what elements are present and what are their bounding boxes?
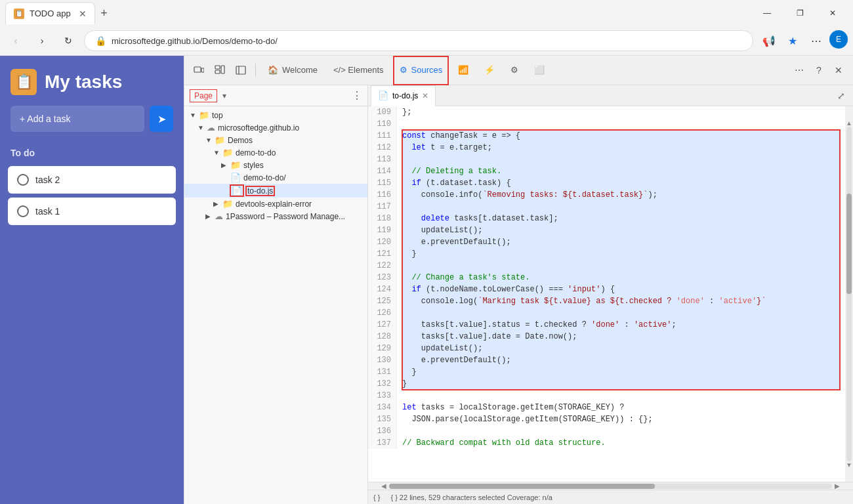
back-button[interactable]: ‹: [5, 30, 26, 51]
line-number: 111: [373, 130, 391, 142]
list-item[interactable]: ▼ 📁 Demos: [184, 134, 367, 146]
code-line: [402, 118, 840, 130]
code-line: [402, 154, 840, 165]
code-line: e.preventDefault();: [402, 354, 840, 366]
line-number: 117: [373, 201, 391, 213]
svg-rect-3: [215, 70, 220, 74]
forward-button[interactable]: ›: [31, 30, 52, 51]
favorites-icon[interactable]: ★: [782, 30, 803, 51]
tab-sources[interactable]: ⚙ Sources: [393, 56, 449, 85]
tab-welcome[interactable]: 🏠 Welcome: [261, 56, 324, 85]
code-editor-tabs: 📄 to-do.js ✕ ⤢: [368, 85, 853, 106]
browser-toolbar-icons: 📢 ★ ⋯ E: [759, 30, 848, 51]
line-number: 116: [373, 189, 391, 201]
inspect-element-button[interactable]: [211, 61, 229, 79]
line-number: 130: [373, 354, 391, 366]
tab-elements[interactable]: </> Elements: [327, 56, 390, 85]
todo-item[interactable]: task 2: [8, 166, 176, 194]
tab-performance[interactable]: ⚡: [478, 56, 501, 85]
code-tab-close-button[interactable]: ✕: [422, 91, 428, 100]
file-tree-more-button[interactable]: ⋮: [352, 89, 362, 102]
add-task-arrow-button[interactable]: ➤: [150, 106, 173, 132]
file-tree-label: 1Password – Password Manage...: [226, 212, 345, 221]
file-tree-label: microsoftedge.github.io: [218, 123, 299, 133]
scroll-down-arrow[interactable]: ▼: [846, 461, 852, 469]
minimize-button[interactable]: —: [752, 3, 782, 24]
line-number: 128: [373, 331, 391, 343]
toggle-sidebar-button[interactable]: [232, 61, 250, 79]
list-item[interactable]: ▶ 📄 demo-to-do/: [184, 171, 367, 184]
todo-app-icon: 📋: [10, 69, 37, 95]
line-numbers: 109 110 111 112 113 114 115 116 117 11: [368, 106, 397, 449]
code-scroll-area[interactable]: 109 110 111 112 113 114 115 116 117 11: [368, 106, 845, 482]
tab-memory[interactable]: ⬜: [528, 56, 551, 85]
devtools-more-button[interactable]: ⋯: [790, 61, 808, 79]
code-status-bar: { } { } 22 lines, 529 characters selecte…: [368, 490, 853, 504]
code-line: console.info(`Removing tasks: ${t.datase…: [402, 189, 840, 201]
line-number: 125: [373, 295, 391, 307]
title-bar: 📋 TODO app ✕ + — ❐ ✕: [0, 0, 853, 26]
scroll-up-arrow[interactable]: ▲: [846, 119, 852, 127]
line-number: 112: [373, 142, 391, 154]
todo-item-text: task 2: [35, 175, 60, 185]
main-content: 📋 My tasks + Add a task ➤ To do task 2 t…: [0, 55, 853, 504]
js-file-tab-icon: 📄: [378, 91, 388, 100]
line-number: 109: [373, 106, 391, 118]
devtools-close-button[interactable]: ✕: [829, 61, 848, 79]
new-tab-button[interactable]: +: [95, 4, 114, 22]
code-line: let tasks = localStorage.getItem(STORAGE…: [402, 402, 840, 413]
address-input[interactable]: 🔒 microsoftedge.github.io/Demos/demo-to-…: [84, 30, 753, 51]
close-button[interactable]: ✕: [818, 3, 848, 24]
tab-application[interactable]: ⚙: [504, 56, 525, 85]
list-item[interactable]: ▼ ☁ microsoftedge.github.io: [184, 121, 367, 134]
line-number: 110: [373, 118, 391, 130]
tab-network[interactable]: 📶: [451, 56, 475, 85]
scrollbar-thumb[interactable]: [846, 194, 852, 294]
page-tab-dropdown[interactable]: ▾: [222, 91, 226, 100]
more-icon[interactable]: ⋯: [806, 30, 827, 51]
scroll-right-arrow[interactable]: ▶: [835, 482, 840, 490]
read-aloud-icon[interactable]: 📢: [759, 30, 780, 51]
sources-panel-content: Page ▾ ⋮ ▼ 📁 top ▼: [184, 85, 853, 504]
list-item[interactable]: ▶ 📄 to-do.js: [184, 184, 367, 198]
active-tab[interactable]: 📋 TODO app ✕: [5, 2, 95, 24]
expand-arrow-icon: ▼: [213, 149, 221, 156]
tab-close-button[interactable]: ✕: [79, 9, 87, 19]
profile-icon[interactable]: E: [829, 30, 848, 49]
svg-rect-5: [236, 66, 245, 74]
add-task-button[interactable]: + Add a task: [10, 106, 144, 132]
scrollbar-track[interactable]: [846, 127, 852, 461]
scrollbar-thumb-h[interactable]: [389, 484, 655, 489]
code-line: if (t.nodeName.toLowerCase() === 'input'…: [402, 284, 840, 295]
todo-item-text: task 1: [35, 206, 60, 217]
list-item[interactable]: ▶ 📁 styles: [184, 159, 367, 171]
code-line: let t = e.target;: [402, 142, 840, 154]
horizontal-scrollbar[interactable]: ◀ ▶: [368, 482, 853, 490]
todo-checkbox[interactable]: [17, 205, 29, 217]
list-item[interactable]: ▶ 📁 devtools-explain-error: [184, 198, 367, 210]
highlighted-code-block: const changeTask = e => { let t = e.targ…: [402, 130, 840, 390]
page-tab[interactable]: Page: [190, 89, 217, 102]
line-number: 136: [373, 425, 391, 437]
todo-checkbox[interactable]: [17, 174, 29, 186]
file-icon: 📄: [230, 173, 241, 182]
maximize-button[interactable]: ❐: [785, 3, 815, 24]
scrollbar-track-h[interactable]: [389, 484, 832, 489]
line-number: 129: [373, 343, 391, 354]
device-toolbar-button[interactable]: [190, 61, 208, 79]
list-item[interactable]: ▶ ☁ 1Password – Password Manage...: [184, 210, 367, 222]
vertical-scrollbar[interactable]: ▲ ▼: [845, 106, 853, 482]
expand-arrow-icon: ▶: [205, 213, 213, 220]
code-tab-to-do-js[interactable]: 📄 to-do.js ✕: [371, 85, 436, 106]
window-controls: — ❐ ✕: [752, 3, 848, 24]
line-number: 134: [373, 402, 391, 413]
welcome-icon: 🏠: [268, 65, 278, 75]
refresh-button[interactable]: ↻: [58, 30, 79, 51]
todo-item[interactable]: task 1: [8, 198, 176, 225]
list-item[interactable]: ▼ 📁 demo-to-do: [184, 146, 367, 159]
code-expand-button[interactable]: ⤢: [832, 91, 850, 101]
list-item[interactable]: ▼ 📁 top: [184, 109, 367, 121]
scroll-left-arrow[interactable]: ◀: [381, 482, 386, 490]
file-tree: ▼ 📁 top ▼ ☁ microsoftedge.github.io ▼: [184, 106, 367, 504]
devtools-help-button[interactable]: ?: [810, 61, 828, 79]
